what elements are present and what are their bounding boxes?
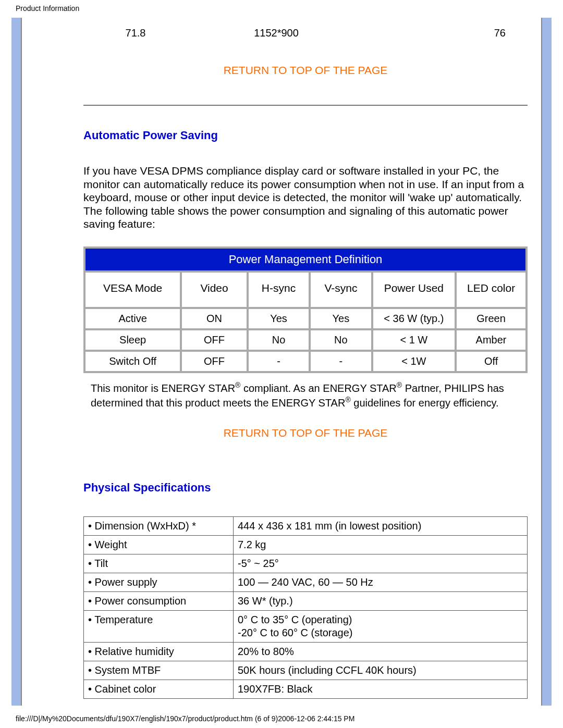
- spec-value: 7.2 kg: [234, 536, 528, 554]
- spec-value: 50K hours (including CCFL 40K hours): [234, 661, 528, 680]
- table-row: • Power consumption36 W* (typ.): [84, 592, 528, 611]
- spec-label: • Dimension (WxHxD) *: [84, 517, 234, 536]
- note-text: This monitor is ENERGY STAR: [91, 382, 235, 394]
- note-text: compliant. As an ENERGY STAR: [240, 382, 396, 394]
- section-divider: [83, 105, 528, 106]
- page-footer-text: file:///D|/My%20Documents/dfu/190X7/engl…: [16, 714, 354, 723]
- pm-cell: Yes: [311, 309, 371, 328]
- pm-cell: < 36 W (typ.): [373, 309, 455, 328]
- spec-label: • Power supply: [84, 573, 234, 592]
- pm-h-led: LED color: [457, 273, 525, 307]
- content-area: 71.8 1152*900 76 RETURN TO TOP OF THE PA…: [22, 18, 541, 699]
- table-row: • System MTBF50K hours (including CCFL 4…: [84, 661, 528, 680]
- pm-cell: < 1 W: [373, 330, 455, 350]
- pm-cell: Active: [85, 309, 180, 328]
- pm-cell: Sleep: [85, 330, 180, 350]
- pm-cell: OFF: [182, 352, 247, 371]
- registered-icon: ®: [345, 396, 350, 404]
- pm-cell: OFF: [182, 330, 247, 350]
- pm-cell: -: [249, 352, 309, 371]
- pm-h-vsync: V-sync: [311, 273, 371, 307]
- return-to-top-link[interactable]: RETURN TO TOP OF THE PAGE: [83, 427, 528, 439]
- pm-header-row: VESA Mode Video H-sync V-sync Power Used…: [85, 273, 525, 307]
- power-management-table: Power Management Definition VESA Mode Vi…: [83, 246, 528, 373]
- phys-heading: Physical Specifications: [83, 481, 528, 495]
- spec-label: • System MTBF: [84, 661, 234, 680]
- outer-frame: 71.8 1152*900 76 RETURN TO TOP OF THE PA…: [11, 18, 552, 706]
- table-row: • Weight7.2 kg: [84, 536, 528, 554]
- spec-value: 444 x 436 x 181 mm (in lowest position): [234, 517, 528, 536]
- spec-value: 100 — 240 VAC, 60 — 50 Hz: [234, 573, 528, 592]
- spec-value: 0° C to 35° C (operating) -20° C to 60° …: [234, 611, 528, 643]
- aps-heading: Automatic Power Saving: [83, 129, 528, 142]
- pm-cell: Green: [457, 309, 525, 328]
- cell-vfreq: 76: [365, 27, 506, 39]
- pm-caption: Power Management Definition: [85, 249, 525, 270]
- pm-cell: Off: [457, 352, 525, 371]
- pm-cell: Yes: [249, 309, 309, 328]
- mode-table-row: 71.8 1152*900 76: [83, 18, 528, 39]
- table-row: • Temperature0° C to 35° C (operating) -…: [84, 611, 528, 643]
- aps-paragraph: If you have VESA DPMS compliance display…: [83, 164, 528, 231]
- table-row: Switch Off OFF - - < 1W Off: [85, 352, 525, 371]
- spec-value: 36 W* (typ.): [234, 592, 528, 611]
- spec-label: • Relative humidity: [84, 643, 234, 661]
- spec-label: • Weight: [84, 536, 234, 554]
- pm-cell: Amber: [457, 330, 525, 350]
- table-row: • Power supply100 — 240 VAC, 60 — 50 Hz: [84, 573, 528, 592]
- pm-h-hsync: H-sync: [249, 273, 309, 307]
- pm-cell: No: [311, 330, 371, 350]
- pm-cell: -: [311, 352, 371, 371]
- spec-value: 20% to 80%: [234, 643, 528, 661]
- registered-icon: ®: [397, 381, 402, 389]
- cell-resolution: 1152*900: [188, 27, 365, 39]
- pm-h-power: Power Used: [373, 273, 455, 307]
- pm-cell: ON: [182, 309, 247, 328]
- note-text: guidelines for energy efficiency.: [351, 397, 499, 408]
- table-row: Sleep OFF No No < 1 W Amber: [85, 330, 525, 350]
- spec-label: • Power consumption: [84, 592, 234, 611]
- spec-label: • Temperature: [84, 611, 234, 643]
- physical-spec-table: • Dimension (WxHxD) *444 x 436 x 181 mm …: [83, 516, 528, 699]
- spec-label: • Tilt: [84, 554, 234, 573]
- spec-value: 190X7FB: Black: [234, 680, 528, 699]
- pm-h-vesa: VESA Mode: [85, 273, 180, 307]
- table-row: Active ON Yes Yes < 36 W (typ.) Green: [85, 309, 525, 328]
- cell-hfreq: 71.8: [83, 27, 188, 39]
- table-row: • Relative humidity20% to 80%: [84, 643, 528, 661]
- pm-cell: < 1W: [373, 352, 455, 371]
- table-row: • Cabinet color190X7FB: Black: [84, 680, 528, 699]
- spec-value: -5° ~ 25°: [234, 554, 528, 573]
- page-body: 71.8 1152*900 76 RETURN TO TOP OF THE PA…: [21, 18, 542, 706]
- pm-h-video: Video: [182, 273, 247, 307]
- energy-star-note: This monitor is ENERGY STAR® compliant. …: [91, 380, 520, 409]
- pm-cell: No: [249, 330, 309, 350]
- pm-cell: Switch Off: [85, 352, 180, 371]
- table-row: • Dimension (WxHxD) *444 x 436 x 181 mm …: [84, 517, 528, 536]
- page-header-text: Product Information: [16, 4, 79, 13]
- return-to-top-link[interactable]: RETURN TO TOP OF THE PAGE: [83, 64, 528, 77]
- registered-icon: ®: [235, 381, 240, 389]
- table-row: • Tilt-5° ~ 25°: [84, 554, 528, 573]
- spec-label: • Cabinet color: [84, 680, 234, 699]
